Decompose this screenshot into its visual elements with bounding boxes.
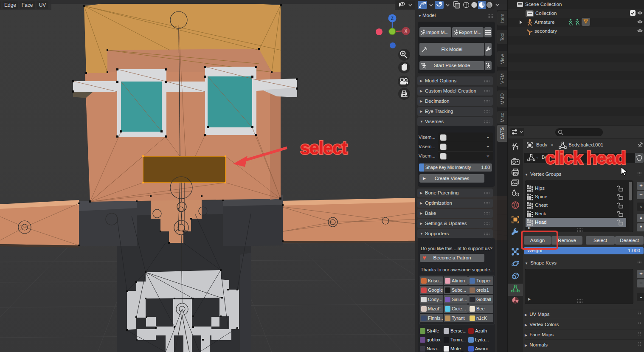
svg-text:click head: click head — [546, 148, 625, 168]
svg-text:X: X — [405, 29, 408, 34]
svg-text:select: select — [300, 138, 348, 158]
svg-text:Z: Z — [391, 16, 394, 21]
